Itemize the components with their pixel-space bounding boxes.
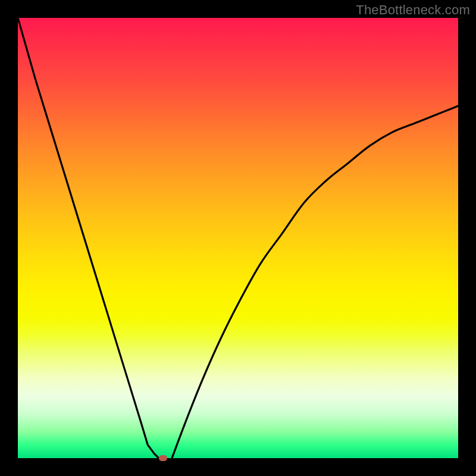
curve-right-branch: [172, 106, 458, 458]
minimum-marker: [159, 455, 167, 461]
bottleneck-curve: [18, 18, 458, 458]
plot-area: [18, 18, 458, 458]
attribution-text: TheBottleneck.com: [356, 2, 470, 18]
chart-frame: TheBottleneck.com: [0, 0, 476, 476]
curve-left-branch: [18, 18, 159, 458]
